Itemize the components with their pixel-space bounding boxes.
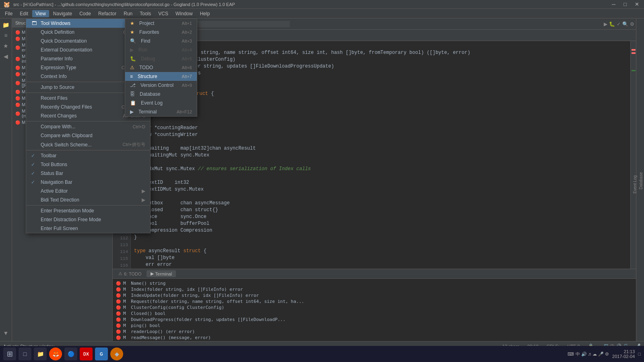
menu-item-active-editor[interactable]: Active Editor ▶ bbox=[26, 187, 150, 195]
ext-doc-label: External Documentation bbox=[41, 47, 92, 53]
menu-separator bbox=[26, 205, 150, 206]
menu-file[interactable]: File bbox=[2, 10, 16, 17]
tool-windows-submenu[interactable]: ★ Project Alt+1 ★ Favorites Alt+2 🔍 Find… bbox=[125, 19, 197, 117]
title-bar-icon: 🐹 bbox=[3, 1, 10, 8]
menu-window[interactable]: Window bbox=[172, 10, 196, 17]
menu-edit[interactable]: Edit bbox=[17, 10, 31, 17]
menu-item-nav-bar[interactable]: ✓ Navigation Bar bbox=[26, 178, 150, 187]
toolbar-settings-icon[interactable]: ⚙ bbox=[630, 21, 634, 27]
submenu-favorites-shortcut: Alt+2 bbox=[182, 30, 192, 35]
submenu-project[interactable]: ★ Project Alt+1 bbox=[125, 19, 197, 28]
tool-buttons-check: ✓ bbox=[31, 162, 37, 167]
taskbar-explorer[interactable]: 📁 bbox=[34, 348, 47, 360]
close-button[interactable]: ✕ bbox=[633, 1, 641, 7]
run-icon: ▶ bbox=[130, 47, 134, 53]
menu-item-distraction-free[interactable]: Enter Distraction Free Mode bbox=[26, 215, 150, 224]
submenu-structure-shortcut: Alt+7 bbox=[182, 74, 192, 79]
sidebar-favorites-icon[interactable]: ★ bbox=[1, 41, 11, 51]
maximize-button[interactable]: □ bbox=[622, 1, 628, 7]
recently-changed-label: Recently Changed Files bbox=[41, 104, 92, 110]
submenu-todo[interactable]: ⚠ TODO Alt+6 bbox=[125, 63, 197, 72]
menu-vcs[interactable]: VCS bbox=[155, 10, 171, 17]
vcs-icon: ⎇ bbox=[130, 82, 136, 88]
taskview-button[interactable]: □ bbox=[19, 348, 31, 360]
submenu-terminal-shortcut: Alt+F12 bbox=[177, 109, 192, 114]
bottom-row: 🔴 M DownloadProgress(folder string, upda… bbox=[114, 317, 634, 323]
right-scroll-markers[interactable] bbox=[630, 41, 636, 269]
sidebar-bottom-icon[interactable]: ▼ bbox=[1, 328, 11, 338]
taskbar-gogland[interactable]: G bbox=[95, 348, 108, 360]
menu-item-compare-with[interactable]: Compare With... Ctrl+D bbox=[26, 122, 150, 131]
error-icon: 🔴 bbox=[15, 45, 20, 50]
error-marker: 🔴 bbox=[116, 311, 121, 316]
menu-navigate[interactable]: Navigate bbox=[50, 10, 75, 17]
tab-todo-icon: ⚠ bbox=[118, 271, 122, 276]
expr-type-label: Expression Type bbox=[41, 65, 76, 70]
submenu-db-label: Database bbox=[140, 91, 160, 97]
start-button[interactable]: ⊞ bbox=[3, 348, 16, 360]
bottom-tabs: ⚠ 6: TODO ▶ Terminal bbox=[113, 269, 636, 279]
error-marker: 🔴 bbox=[116, 323, 121, 328]
tool-windows-icon: 🗔 bbox=[31, 21, 37, 26]
recent-changes-label: Recent Changes bbox=[41, 113, 76, 119]
menu-run[interactable]: Run bbox=[120, 10, 136, 17]
menu-help[interactable]: Help bbox=[197, 10, 213, 17]
menu-item-full-screen[interactable]: Enter Full Screen bbox=[26, 224, 150, 233]
submenu-todo-label: TODO bbox=[139, 65, 153, 70]
tab-terminal[interactable]: ▶ Terminal bbox=[147, 270, 176, 277]
submenu-terminal[interactable]: ▶ Terminal Alt+F12 bbox=[125, 107, 197, 116]
menu-code[interactable]: Code bbox=[76, 10, 94, 17]
database-tab[interactable]: Database bbox=[638, 169, 644, 193]
sidebar-structure-icon[interactable]: ≡ bbox=[1, 31, 11, 40]
toolbar-run-icon[interactable]: ▶ bbox=[604, 21, 607, 27]
submenu-favorites-label: Favorites bbox=[139, 29, 159, 35]
sidebar-collapse-icon[interactable]: ◀ bbox=[1, 51, 11, 61]
code-content[interactable]: Request(folder string, name string, offs… bbox=[131, 41, 630, 269]
submenu-database[interactable]: 🗄 Database bbox=[125, 90, 197, 99]
submenu-structure[interactable]: ≡ Structure Alt+7 bbox=[125, 72, 197, 81]
quick-doc-label: Quick Documentation bbox=[41, 38, 87, 44]
error-icon: 🔴 bbox=[15, 111, 20, 116]
menu-item-bidi[interactable]: Bidi Text Direction ▶ bbox=[26, 195, 150, 204]
taskbar-tray-icons: ⌨ 中 🔊 ♬ ☁ 🎤 ⚙ bbox=[568, 351, 609, 357]
bottom-row: 🔴 M ping() bool bbox=[114, 323, 634, 329]
minimize-button[interactable]: ─ bbox=[610, 1, 617, 7]
taskbar-chrome[interactable]: 🔵 bbox=[64, 348, 77, 360]
toolbar-coverage-icon[interactable]: ✓ bbox=[617, 21, 621, 27]
taskbar-dx[interactable]: DX bbox=[80, 348, 93, 360]
menu-refactor[interactable]: Refactor bbox=[95, 10, 120, 17]
error-icon: 🔴 bbox=[15, 120, 20, 125]
menu-item-tool-buttons[interactable]: ✓ Tool Buttons bbox=[26, 160, 150, 169]
bottom-row: 🔴 M readMessageAfterHeader(hdr Header) (… bbox=[114, 341, 634, 341]
submenu-structure-label: Structure bbox=[138, 74, 157, 79]
tab-todo[interactable]: ⚠ 6: TODO bbox=[114, 270, 146, 277]
toolbar-debug-icon[interactable]: 🐛 bbox=[609, 21, 615, 27]
submenu-event-log[interactable]: 📋 Event Log bbox=[125, 99, 197, 107]
full-screen-label: Enter Full Screen bbox=[41, 226, 78, 231]
menu-item-status-bar[interactable]: ✓ Status Bar bbox=[26, 169, 150, 178]
toolbar-search-icon[interactable]: 🔍 bbox=[622, 21, 628, 27]
taskbar-firefox[interactable]: 🦊 bbox=[49, 348, 62, 360]
menu-item-compare-clipboard[interactable]: Compare with Clipboard bbox=[26, 131, 150, 140]
sidebar-project-icon[interactable]: 📁 bbox=[1, 20, 11, 30]
recent-files-label: Recent Files bbox=[41, 95, 68, 101]
event-log-tab[interactable]: Event Log bbox=[632, 172, 638, 197]
menu-tools[interactable]: Tools bbox=[136, 10, 154, 17]
submenu-favorites[interactable]: ★ Favorites Alt+2 bbox=[125, 28, 197, 37]
taskbar-notification-icon[interactable]: □ bbox=[638, 352, 641, 356]
quick-switch-label: Quick Switch Scheme... bbox=[41, 142, 92, 148]
menu-separator bbox=[26, 121, 150, 121]
favorites-star-icon: ★ bbox=[130, 29, 134, 35]
menu-view[interactable]: View bbox=[32, 10, 49, 17]
submenu-run[interactable]: ▶ Run Alt+4 bbox=[125, 45, 197, 54]
menu-item-presentation-mode[interactable]: Enter Presentation Mode bbox=[26, 206, 150, 215]
menu-item-toolbar[interactable]: ✓ Toolbar bbox=[26, 151, 150, 160]
submenu-debug[interactable]: 🐛 Debug Alt+5 bbox=[125, 54, 197, 63]
title-controls: ─ □ ✕ bbox=[610, 1, 641, 7]
presentation-label: Enter Presentation Mode bbox=[41, 208, 94, 214]
taskbar-time: 21:13 bbox=[612, 349, 635, 354]
submenu-version-control[interactable]: ⎇ Version Control Alt+9 bbox=[125, 81, 197, 90]
submenu-find[interactable]: 🔍 Find Alt+3 bbox=[125, 37, 197, 45]
menu-item-quick-switch[interactable]: Quick Switch Scheme... Ctrl+拼引号 bbox=[26, 140, 150, 149]
taskbar-app5[interactable]: ◆ bbox=[110, 348, 123, 360]
